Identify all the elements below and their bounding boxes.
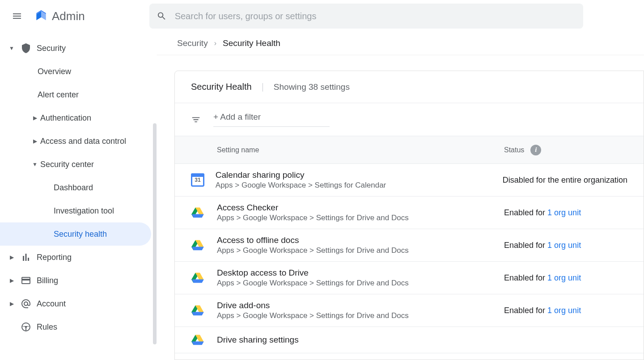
status-link[interactable]: 1 org unit xyxy=(547,208,581,217)
breadcrumb-current: Security Health xyxy=(223,38,280,48)
setting-status: Disabled for the entire organization xyxy=(503,176,627,185)
table-row[interactable]: Access to offline docsApps > Google Work… xyxy=(175,229,644,262)
setting-path: Apps > Google Workspace > Settings for D… xyxy=(217,213,504,222)
sidebar-item-security-center[interactable]: ▼ Security center xyxy=(0,153,151,176)
chevron-right-icon: ▶ xyxy=(6,301,17,307)
status-link[interactable]: 1 org unit xyxy=(547,306,581,315)
setting-name: Drive sharing settings xyxy=(217,335,504,345)
setting-status: Enabled for 1 org unit xyxy=(504,208,627,218)
chevron-right-icon: › xyxy=(214,39,216,47)
sidebar-item-label: Access and data control xyxy=(40,137,126,146)
setting-name: Desktop access to Drive xyxy=(217,268,504,278)
row-text: Calendar sharing policyApps > Google Wor… xyxy=(216,170,503,190)
filter-icon xyxy=(191,115,201,125)
sidebar-item-alert-center[interactable]: Alert center xyxy=(0,83,151,106)
sidebar-item-security-health[interactable]: Security health xyxy=(0,222,151,246)
drive-icon xyxy=(191,206,217,219)
info-icon[interactable]: i xyxy=(530,145,541,155)
row-text: Access CheckerApps > Google Workspace > … xyxy=(217,203,504,222)
steering-wheel-icon xyxy=(17,322,37,332)
sidebar-item-access-data[interactable]: ▶ Access and data control xyxy=(0,130,151,153)
row-text: Access to offline docsApps > Google Work… xyxy=(217,235,504,255)
sidebar-item-label: Overview xyxy=(38,67,71,76)
content-wrap: Security Health | Showing 38 settings + … xyxy=(157,54,644,360)
status-link[interactable]: 1 org unit xyxy=(547,273,581,282)
sidebar-item-dashboard[interactable]: Dashboard xyxy=(0,176,151,199)
col-header-status[interactable]: Status i xyxy=(504,145,627,155)
setting-path: Apps > Google Workspace > Settings for D… xyxy=(217,311,504,320)
chevron-down-icon: ▼ xyxy=(6,45,17,51)
status-link[interactable]: 1 org unit xyxy=(547,241,581,250)
sidebar-item-label: Security center xyxy=(40,160,94,169)
status-text: Enabled for xyxy=(504,273,547,282)
sidebar-item-billing[interactable]: ▶ Billing xyxy=(0,269,151,292)
layout: ▼ Security Overview Alert center ▶ Authe… xyxy=(0,32,644,360)
sidebar-item-authentication[interactable]: ▶ Authentication xyxy=(0,106,151,130)
breadcrumb: Security › Security Health xyxy=(157,32,644,54)
chevron-down-icon: ▼ xyxy=(30,161,40,167)
setting-path: Apps > Google Workspace > Settings for C… xyxy=(216,181,503,190)
table-row[interactable]: Access CheckerApps > Google Workspace > … xyxy=(175,197,644,229)
search-bar[interactable] xyxy=(149,4,583,29)
table-row[interactable]: Drive add-onsApps > Google Workspace > S… xyxy=(175,294,644,327)
sidebar-item-label: Security health xyxy=(54,230,107,239)
hamburger-menu-button[interactable] xyxy=(6,5,28,27)
setting-name: Calendar sharing policy xyxy=(216,170,503,180)
drive-icon xyxy=(191,333,217,347)
separator: | xyxy=(262,82,264,92)
sidebar-item-overview[interactable]: Overview xyxy=(0,60,151,83)
drive-icon xyxy=(191,239,217,252)
table-row[interactable]: 31Calendar sharing policyApps > Google W… xyxy=(175,164,644,197)
sidebar-item-label: Dashboard xyxy=(54,183,93,193)
sidebar-item-rules[interactable]: Rules xyxy=(0,315,151,339)
setting-name: Access to offline docs xyxy=(217,235,504,245)
add-filter-button[interactable]: + Add a filter xyxy=(213,112,330,127)
sidebar-item-label: Investigation tool xyxy=(54,206,114,216)
card-header: Security Health | Showing 38 settings xyxy=(175,71,644,103)
sidebar-item-label: Account xyxy=(37,299,66,309)
logo-link[interactable]: Admin xyxy=(34,9,85,23)
card-title: Security Health xyxy=(191,82,252,92)
row-text: Drive sharing settings xyxy=(217,335,504,345)
sidebar-item-account[interactable]: ▶ Account xyxy=(0,292,151,315)
sidebar-item-reporting[interactable]: ▶ Reporting xyxy=(0,246,151,269)
col-header-status-label: Status xyxy=(504,146,524,154)
sidebar-item-label: Reporting xyxy=(37,253,72,262)
setting-status: Enabled for 1 org unit xyxy=(504,241,627,250)
sidebar: ▼ Security Overview Alert center ▶ Authe… xyxy=(0,32,157,360)
table-row[interactable]: Drive sharing settings xyxy=(175,327,644,353)
bar-chart-icon xyxy=(17,252,37,263)
sidebar-item-security[interactable]: ▼ Security xyxy=(0,37,151,60)
admin-logo-icon xyxy=(34,9,48,23)
status-text: Enabled for xyxy=(504,241,547,250)
app-header: Admin xyxy=(0,0,644,32)
table-row[interactable]: Desktop access to DriveApps > Google Wor… xyxy=(175,262,644,294)
status-text: Enabled for xyxy=(504,208,547,217)
sidebar-item-label: Alert center xyxy=(38,90,79,100)
sidebar-scrollbar[interactable] xyxy=(153,123,157,344)
status-text: Enabled for xyxy=(504,306,547,315)
setting-path: Apps > Google Workspace > Settings for D… xyxy=(217,246,504,255)
chevron-right-icon: ▶ xyxy=(6,277,17,284)
shield-icon xyxy=(17,43,37,54)
row-text: Drive add-onsApps > Google Workspace > S… xyxy=(217,301,504,320)
search-icon xyxy=(157,11,167,21)
chevron-right-icon: ▶ xyxy=(30,115,40,121)
sidebar-item-investigation-tool[interactable]: Investigation tool xyxy=(0,199,151,222)
calendar-icon: 31 xyxy=(191,173,216,187)
search-input[interactable] xyxy=(175,11,576,21)
setting-status: Enabled for 1 org unit xyxy=(504,273,627,283)
chevron-right-icon: ▶ xyxy=(30,138,40,144)
sidebar-item-label: Authentication xyxy=(40,113,91,123)
logo-text: Admin xyxy=(52,9,85,23)
status-text: Disabled for the entire organization xyxy=(503,176,627,184)
setting-name: Access Checker xyxy=(217,203,504,213)
main-content: Security › Security Health Security Heal… xyxy=(157,32,644,360)
breadcrumb-parent[interactable]: Security xyxy=(177,38,208,48)
table-body: 31Calendar sharing policyApps > Google W… xyxy=(175,164,644,360)
setting-status: Enabled for 1 org unit xyxy=(504,306,627,315)
credit-card-icon xyxy=(17,275,37,286)
chevron-right-icon: ▶ xyxy=(6,254,17,260)
col-header-name[interactable]: Setting name xyxy=(191,146,504,154)
filter-row: + Add a filter xyxy=(175,103,644,136)
